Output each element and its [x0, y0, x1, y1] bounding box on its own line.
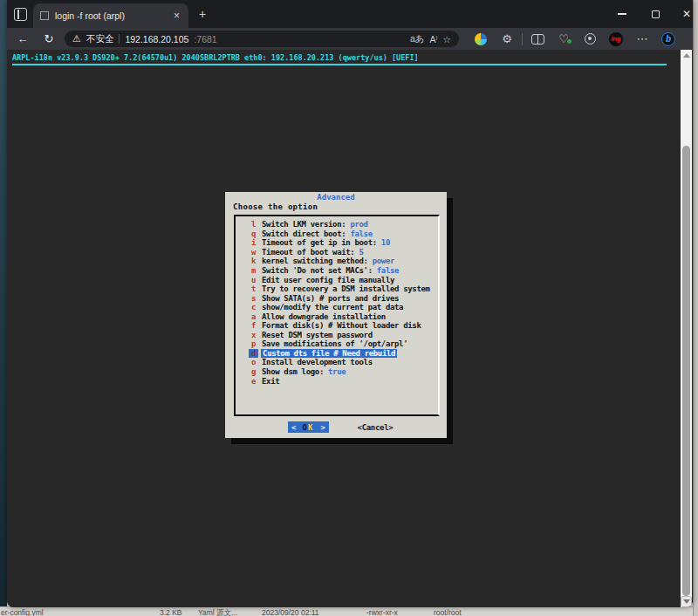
menu-item-label: Switch 'Do not set MACs': false [262, 266, 399, 275]
browser-window: login -f root (arpl) × + ✕ ← ↻ ⚠ 不安全 192… [7, 0, 693, 607]
menu-item-key: u [251, 276, 262, 284]
menu-item-l[interactable]: lSwitch LKM version: prod [236, 220, 438, 229]
menu-item-key: l [251, 220, 262, 229]
menu-item-label: Show dsm logo: true [262, 367, 346, 376]
url-port: :7681 [194, 34, 216, 44]
tab-favicon-icon [40, 11, 49, 20]
ing-extension-icon[interactable]: Ing [603, 32, 629, 46]
url-host[interactable]: 192.168.20.105 [125, 34, 188, 44]
menu-item-label: Custom dts file # Need rebuild [261, 349, 397, 358]
menu-item-p[interactable]: pSave modifications of '/opt/arpl' [236, 339, 438, 349]
new-tab-button[interactable]: + [195, 7, 209, 21]
menu-item-o[interactable]: oInstall development tools [236, 358, 438, 367]
menu-item-q[interactable]: qSwitch direct boot: false [236, 229, 438, 239]
more-options-icon[interactable]: ⋯ [629, 32, 655, 45]
menu-item-i[interactable]: iTimeout of get ip in boot: 10 [236, 238, 438, 248]
menu-item-key: o [251, 358, 262, 366]
menu-item-u[interactable]: uEdit user config file manually [236, 275, 438, 284]
menu-item-value: prod [350, 220, 367, 229]
browser-toolbar: ← ↻ ⚠ 不安全 192.168.20.105 :7681 aあ A) ☆ ⚙… [7, 28, 693, 50]
menu-item-key: x [251, 331, 262, 339]
menu-item-w[interactable]: wTimeout of boot wait: 5 [236, 248, 438, 257]
background-file-column: 3.2 KB [160, 608, 182, 616]
menu-item-key: i [251, 238, 262, 247]
menu-item-value: false [350, 229, 372, 238]
menu-item-label: Try to recovery a DSM installed system [262, 284, 430, 293]
menu-item-key: k [251, 257, 262, 265]
scrollbar-down-icon[interactable] [681, 596, 692, 607]
menu-item-e[interactable]: eExit [236, 376, 438, 386]
menu-item-label: Save modifications of '/opt/arpl' [262, 339, 407, 348]
read-aloud-icon[interactable]: A) [430, 34, 438, 44]
security-warning-icon: ⚠ [72, 34, 81, 44]
menu-item-a[interactable]: aAllow downgrade installation [236, 311, 438, 321]
window-minimize-button[interactable] [609, 5, 635, 23]
shield-extension-icon[interactable] [577, 33, 603, 44]
split-screen-icon[interactable] [524, 34, 551, 44]
menu-item-k[interactable]: kkernel switching method: power [236, 257, 438, 266]
refresh-icon[interactable]: ↻ [38, 32, 59, 45]
page-scrollbar[interactable] [681, 50, 692, 607]
ok-button[interactable]: < O K > [288, 421, 329, 433]
menu-item-key: w [251, 248, 262, 257]
menu-item-key: c [251, 303, 262, 311]
menu-item-label: Show SATA(s) # ports and drives [262, 294, 399, 303]
address-bar[interactable]: ⚠ 不安全 192.168.20.105 :7681 aあ A) ☆ [65, 31, 459, 47]
menu-item-value: true [328, 367, 346, 376]
menu-item-value: 10 [381, 238, 390, 247]
window-maximize-button[interactable] [642, 5, 668, 23]
scrollbar-thumb[interactable] [682, 146, 690, 596]
scrollbar-up-icon[interactable] [681, 50, 692, 61]
menu-item-value: power [373, 257, 394, 265]
menu-item-key: t [251, 284, 262, 293]
menu-item-s[interactable]: sShow SATA(s) # ports and drives [236, 293, 438, 303]
tab-close-icon[interactable]: × [172, 10, 181, 22]
menu-item-d[interactable]: dCustom dts file # Need rebuild [236, 349, 438, 359]
menu-item-label: Format disk(s) # Without loader disk [262, 321, 421, 330]
browser-titlebar: login -f root (arpl) × + ✕ [7, 0, 693, 28]
background-window-edge [693, 0, 698, 616]
dialog-title: Advanced [225, 193, 447, 202]
menu-item-c[interactable]: cshow/modify the current pat data [236, 303, 438, 312]
browser-essentials-icon[interactable]: ♡ [551, 32, 577, 45]
menu-item-label: Timeout of boot wait: 5 [262, 248, 364, 257]
menu-item-f[interactable]: fFormat disk(s) # Without loader disk [236, 321, 438, 331]
gear-extension-icon[interactable]: ⚙ [494, 32, 520, 45]
background-file-column: 2023/09/20 02:11 [262, 608, 319, 616]
menu-item-t[interactable]: tTry to recovery a DSM installed system [236, 284, 438, 294]
translate-icon[interactable]: aあ [410, 33, 425, 45]
dialog-menu-box: lSwitch LKM version: prodqSwitch direct … [234, 215, 440, 416]
menu-item-label: Install development tools [262, 358, 373, 366]
dialog-menu-list: lSwitch LKM version: prodqSwitch direct … [236, 220, 438, 386]
menu-item-value: false [377, 266, 399, 275]
terminal-status-line: ARPL-i18n v23.9.3 DS920+ 7.2(64570u1) 20… [12, 53, 419, 62]
menu-item-m[interactable]: mSwitch 'Do not set MACs': false [236, 266, 438, 276]
menu-item-label: show/modify the current pat data [262, 303, 403, 311]
tab-actions-icon[interactable] [14, 8, 27, 21]
cancel-button[interactable]: <Cancel> [349, 421, 401, 433]
advanced-options-dialog: Advanced Choose the option lSwitch LKM v… [225, 192, 447, 438]
menu-item-x[interactable]: xReset DSM system password [236, 331, 438, 340]
menu-item-g[interactable]: gShow dsm logo: true [236, 367, 438, 377]
menu-item-key: m [251, 266, 262, 275]
desktop-wallpaper-strip [0, 0, 7, 616]
favorite-star-icon[interactable]: ☆ [443, 34, 451, 44]
menu-item-label: Timeout of get ip in boot: 10 [262, 238, 390, 247]
bing-chat-icon[interactable]: b [655, 32, 681, 46]
back-icon[interactable]: ← [12, 32, 33, 45]
background-file-column: Yaml 源文... [198, 608, 237, 616]
window-close-button[interactable]: ✕ [674, 5, 693, 23]
menu-item-label: Switch LKM version: prod [262, 220, 368, 229]
background-file-column: -rwxr-xr-x [366, 608, 398, 616]
browser-tab[interactable]: login -f root (arpl) × [33, 3, 188, 28]
menu-item-label: Allow downgrade installation [262, 312, 386, 321]
menu-item-key: g [251, 367, 262, 376]
menu-item-key: f [251, 321, 262, 330]
dialog-prompt: Choose the option [233, 202, 318, 211]
security-warning-label[interactable]: 不安全 [86, 33, 114, 45]
address-divider [119, 34, 120, 44]
menu-item-label: Exit [262, 377, 279, 386]
menu-item-key: d [249, 349, 258, 358]
terminal-page[interactable]: ARPL-i18n v23.9.3 DS920+ 7.2(64570u1) 20… [7, 50, 693, 607]
extension-icon-colored[interactable] [468, 33, 494, 45]
